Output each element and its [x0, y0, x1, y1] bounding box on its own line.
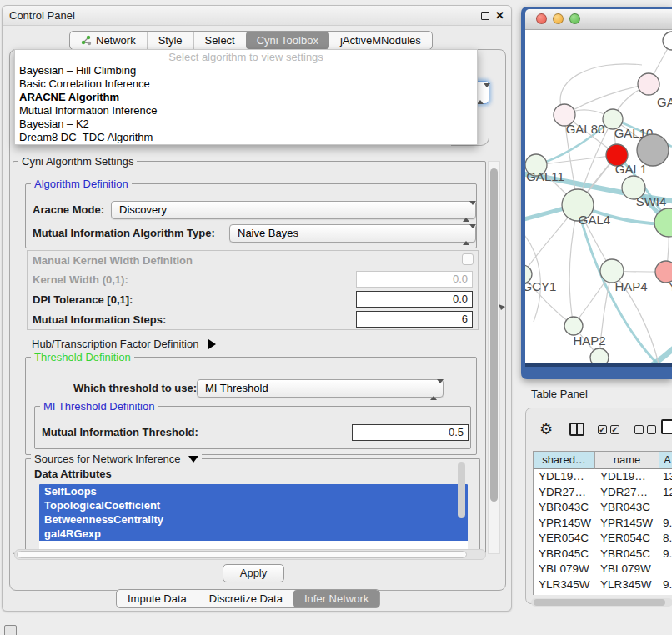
mi-threshold-field[interactable]: 0.5	[352, 424, 469, 441]
select-all-checkbox-icon[interactable]: ✓	[598, 425, 607, 434]
tab-style[interactable]: Style	[147, 32, 193, 49]
attribute-item[interactable]: BetweennessCentrality	[39, 512, 468, 527]
algorithm-option[interactable]: Mutual Information Inference	[15, 104, 477, 118]
tab-select[interactable]: Select	[193, 32, 246, 49]
table-row[interactable]: YDR27… YDR27… 12	[534, 485, 672, 501]
kernel-width-field[interactable]: 0.0	[356, 271, 473, 288]
column-browser-icon[interactable]	[569, 422, 584, 436]
export-table-icon[interactable]	[661, 419, 672, 434]
algorithm-dropdown-popup: Select algorithm to view settings Bayesi…	[14, 49, 478, 145]
settings-horizontal-scrollbar[interactable]	[14, 549, 486, 560]
table-horizontal-scrollbar[interactable]	[531, 598, 672, 607]
table-row[interactable]: YDL19… YDL19… 13	[534, 469, 672, 485]
deselect-all-checkbox-icon[interactable]	[634, 425, 644, 434]
tab-infer-network[interactable]: Infer Network	[293, 590, 379, 608]
close-icon[interactable]: ✕	[495, 6, 504, 26]
attribute-item[interactable]: gal4RGexp	[39, 527, 468, 541]
hub-definition-label: Hub/Transcription Factor Definition	[32, 338, 198, 350]
tab-impute-data[interactable]: Impute Data	[117, 590, 198, 608]
table-row[interactable]: YBL079W YBL079W	[534, 562, 672, 578]
network-node[interactable]	[590, 348, 609, 363]
panel-title: Control Panel	[9, 6, 75, 26]
docked-panel-icon[interactable]	[4, 625, 17, 635]
algorithm-option[interactable]: Bayesian – Hill Climbing	[15, 64, 477, 78]
table-row[interactable]: YBR043C YBR043C	[534, 500, 672, 516]
tab-jactivemnodules[interactable]: jActiveMNodules	[329, 32, 432, 49]
sources-group: Sources for Network Inference Data Attri…	[25, 458, 480, 555]
table-row[interactable]: YPR145W YPR145W 9.	[534, 516, 672, 532]
stepper-arrows-icon	[463, 205, 469, 218]
manual-kernel-label: Manual Kernel Width Definition	[33, 253, 193, 268]
node-label: HAP2	[573, 333, 605, 348]
cell-name: YLR345W	[595, 578, 659, 593]
algorithm-option[interactable]: Basic Correlation Inference	[15, 78, 477, 91]
scrollbar-thumb[interactable]	[490, 168, 498, 502]
data-attributes-label: Data Attributes	[34, 468, 112, 480]
select-all-checkbox-icon[interactable]: ✓	[610, 425, 619, 434]
gear-icon[interactable]: ⚙	[539, 420, 553, 438]
network-canvas[interactable]: GALGAL80GAL10GAL1GAL11SWI4GAL4GCY1HAP4YH…	[525, 30, 672, 363]
algorithm-option[interactable]: Bayesian – K2	[15, 118, 477, 131]
network-node[interactable]	[663, 32, 672, 50]
list-scrollbar-thumb[interactable]	[458, 462, 465, 518]
table-body: YDL19… YDL19… 13 YDR27… YDR27… 12 YBR043…	[534, 469, 672, 595]
table-row[interactable]: YER054C YER054C 8.	[534, 531, 672, 547]
hub-definition-expander[interactable]: Hub/Transcription Factor Definition	[32, 337, 216, 352]
apply-button[interactable]: Apply	[223, 564, 284, 582]
node-label: GCY1	[525, 279, 556, 293]
threshold-definition-group: Threshold Definition Which threshold to …	[25, 357, 477, 455]
kernel-settings-panel: Manual Kernel Width Definition Kernel Wi…	[27, 250, 479, 330]
mi-algorithm-type-select[interactable]: Naive Bayes	[229, 224, 476, 242]
algorithm-option[interactable]: ARACNE Algorithm	[15, 91, 477, 104]
table-panel-title: Table Panel	[531, 388, 588, 400]
algorithm-option[interactable]: Dream8 DC_TDC Algorithm	[15, 131, 477, 144]
sources-expander[interactable]: Sources for Network Inference	[31, 452, 202, 465]
float-panel-icon[interactable]	[481, 12, 489, 20]
table-row[interactable]: YIL053C YIL053C 9	[534, 592, 672, 595]
node-label: GAL	[657, 95, 672, 109]
table-row[interactable]: YLR345W YLR345W 9.	[534, 578, 672, 593]
node-label: GAL1	[615, 162, 647, 176]
mi-steps-field[interactable]: 6	[356, 311, 473, 328]
node-label: Y	[669, 279, 672, 293]
stepper-arrows-icon	[477, 88, 484, 100]
attribute-item[interactable]: TopologicalCoefficient	[39, 498, 468, 512]
cell-name: YBR043C	[595, 500, 659, 516]
network-nodes[interactable]: GALGAL80GAL10GAL1GAL11SWI4GAL4GCY1HAP4YH…	[525, 32, 672, 363]
tab-label: jActiveMNodules	[340, 34, 421, 47]
scrollbar-thumb[interactable]	[534, 599, 665, 606]
tab-discretize-data[interactable]: Discretize Data	[198, 590, 293, 608]
table-row[interactable]: YBR045C YBR045C 9.	[534, 547, 672, 562]
tab-label: Impute Data	[128, 592, 187, 605]
settings-vertical-scrollbar[interactable]	[488, 161, 500, 554]
minimize-traffic-light-icon[interactable]	[553, 13, 564, 24]
column-header-partial[interactable]: A	[659, 452, 672, 469]
network-window-titlebar[interactable]	[525, 9, 672, 30]
tab-network[interactable]: Network	[70, 32, 147, 49]
column-header-name[interactable]: name	[595, 452, 659, 469]
close-traffic-light-icon[interactable]	[536, 13, 547, 24]
mi-threshold-label: Mutual Information Threshold:	[42, 423, 198, 442]
dpi-tolerance-field[interactable]: 0.0	[356, 291, 473, 308]
aracne-mode-select[interactable]: Discovery	[111, 201, 476, 219]
cell-value: 9.	[659, 547, 672, 562]
scrollbar-thumb[interactable]	[17, 551, 467, 558]
column-header-shared-name[interactable]: shared…	[534, 452, 595, 469]
attribute-item[interactable]: SelfLoops	[39, 484, 468, 498]
manual-kernel-checkbox[interactable]	[462, 253, 474, 265]
cell-shared-name: YER054C	[534, 531, 595, 547]
selected-value: Naive Bayes	[230, 225, 475, 242]
node-label: SWI4	[636, 194, 667, 208]
cell-shared-name: YDR27…	[534, 485, 595, 501]
table-header-row: shared… name A	[534, 452, 672, 469]
network-node[interactable]	[638, 73, 659, 95]
network-node[interactable]	[564, 317, 583, 335]
node-label: HAP4	[614, 279, 647, 293]
zoom-traffic-light-icon[interactable]	[569, 13, 580, 24]
control-panel-window: Control Panel ✕ Network Style Select Cyn…	[2, 5, 512, 612]
which-threshold-select[interactable]: MI Threshold	[197, 379, 444, 398]
cell-shared-name: YBR045C	[534, 547, 595, 562]
tab-cyni-toolbox[interactable]: Cyni Toolbox	[246, 32, 329, 49]
tab-label: Cyni Toolbox	[257, 34, 318, 47]
deselect-all-checkbox-icon[interactable]	[647, 425, 656, 434]
